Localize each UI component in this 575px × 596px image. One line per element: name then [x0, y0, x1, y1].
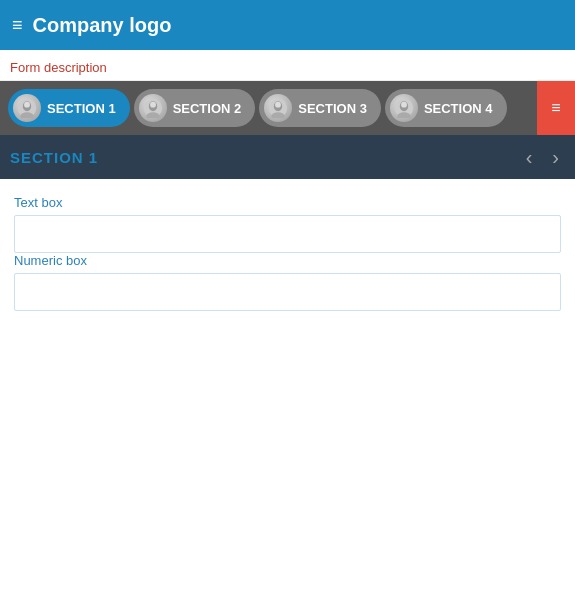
next-section-button[interactable]: ›	[546, 144, 565, 171]
text-box-input[interactable]	[14, 215, 561, 253]
form-content-area: Text box Numeric box	[0, 179, 575, 327]
section-tab-icon-4	[390, 94, 418, 122]
section-tab-label-4: SECTION 4	[424, 101, 493, 116]
svg-point-3	[24, 102, 30, 108]
sections-menu-icon: ≡	[551, 99, 560, 117]
section-tab-label-3: SECTION 3	[298, 101, 367, 116]
form-description-area: Form description	[0, 50, 575, 81]
section-tab-icon-3	[264, 94, 292, 122]
text-box-field: Text box	[14, 195, 561, 253]
section-tab-3[interactable]: SECTION 3	[259, 89, 381, 127]
numeric-box-input[interactable]	[14, 273, 561, 311]
section-tab-1[interactable]: SECTION 1	[8, 89, 130, 127]
section-tab-icon-2	[139, 94, 167, 122]
prev-section-button[interactable]: ‹	[520, 144, 539, 171]
section-tab-2[interactable]: SECTION 2	[134, 89, 256, 127]
section-content-header: SECTION 1 ‹ ›	[0, 135, 575, 179]
svg-point-15	[401, 102, 407, 108]
section-tab-4[interactable]: SECTION 4	[385, 89, 507, 127]
numeric-box-field: Numeric box	[14, 253, 561, 311]
section-tab-icon-1	[13, 94, 41, 122]
form-description-text: Form description	[10, 60, 107, 75]
section-nav-arrows: ‹ ›	[520, 144, 565, 171]
sections-menu-button[interactable]: ≡	[537, 81, 575, 135]
section-tab-label-2: SECTION 2	[173, 101, 242, 116]
svg-point-11	[275, 102, 281, 108]
section-tab-label-1: SECTION 1	[47, 101, 116, 116]
company-logo-title: Company logo	[33, 14, 172, 37]
sections-navigation: SECTION 1 SECTION 2 SECTION 3	[0, 81, 575, 135]
hamburger-icon[interactable]: ≡	[12, 15, 23, 36]
app-header: ≡ Company logo	[0, 0, 575, 50]
svg-point-7	[150, 102, 156, 108]
numeric-box-label: Numeric box	[14, 253, 561, 268]
section-content-title: SECTION 1	[10, 149, 98, 166]
text-box-label: Text box	[14, 195, 561, 210]
